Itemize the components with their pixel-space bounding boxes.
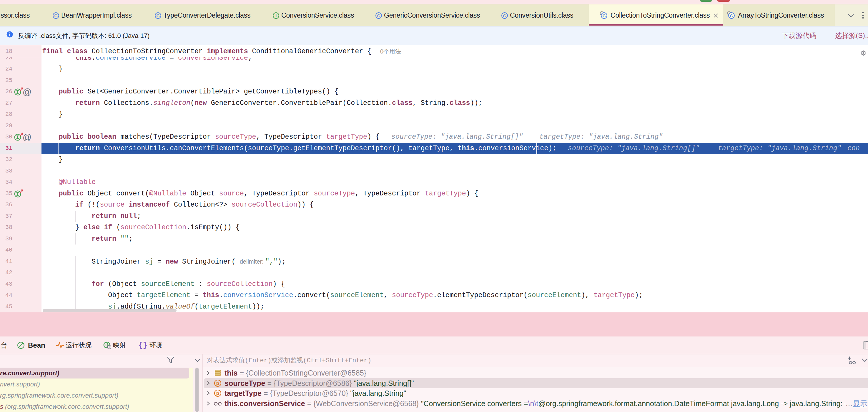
svg-text:C: C (377, 13, 380, 18)
svg-text:p: p (216, 390, 219, 396)
svg-text:C: C (157, 13, 160, 18)
svg-text:@: @ (23, 87, 31, 97)
svg-text:@: @ (23, 132, 31, 142)
svg-text:C: C (730, 13, 733, 18)
svg-text:C: C (602, 13, 606, 18)
svg-text:I: I (275, 13, 277, 18)
svg-text:p: p (216, 381, 219, 386)
svg-text:C: C (503, 13, 506, 18)
svg-text:C: C (55, 13, 58, 18)
